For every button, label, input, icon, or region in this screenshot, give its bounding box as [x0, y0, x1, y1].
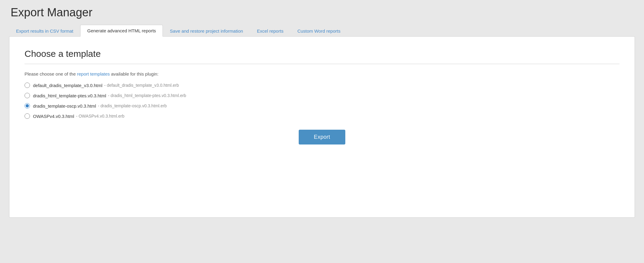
tab-word[interactable]: Custom Word reports [291, 25, 347, 37]
tab-html[interactable]: Generate advanced HTML reports [80, 25, 163, 37]
template-list: default_dradis_template_v3.0.html - defa… [25, 83, 619, 119]
report-templates-link[interactable]: report templates [77, 71, 110, 76]
template-name-2: dradis_html_template-ptes.v0.3.html [33, 93, 106, 98]
description-text: Please choose one of the report template… [25, 71, 619, 76]
template-file-3: - dradis_template-oscp.v0.3.html.erb [98, 103, 166, 108]
template-radio-3[interactable] [25, 103, 30, 109]
content-area: Choose a template Please choose one of t… [9, 36, 635, 218]
tab-save-restore[interactable]: Save and restore project information [163, 25, 250, 37]
template-file-4: - OWASPv4.v0.3.html.erb [76, 114, 124, 119]
description-prefix: Please choose one of the [25, 71, 77, 76]
page-title: Export Manager [9, 6, 635, 19]
template-file-2: - dradis_html_template-ptes.v0.3.html.er… [108, 93, 186, 98]
description-suffix: available for this plugin: [110, 71, 159, 76]
list-item: default_dradis_template_v3.0.html - defa… [25, 83, 619, 88]
export-button-wrapper: Export [25, 130, 619, 144]
template-name-1: default_dradis_template_v3.0.html [33, 83, 102, 88]
template-radio-4[interactable] [25, 113, 30, 119]
list-item: OWASPv4.v0.3.html - OWASPv4.v0.3.html.er… [25, 113, 619, 119]
template-file-1: - default_dradis_template_v3.0.html.erb [104, 83, 179, 88]
section-title: Choose a template [25, 49, 619, 59]
export-button[interactable]: Export [299, 130, 345, 144]
template-radio-2[interactable] [25, 93, 30, 98]
list-item: dradis_html_template-ptes.v0.3.html - dr… [25, 93, 619, 98]
template-name-4: OWASPv4.v0.3.html [33, 114, 74, 119]
template-radio-1[interactable] [25, 83, 30, 88]
tabs-bar: Export results in CSV format Generate ad… [9, 24, 635, 36]
template-name-3: dradis_template-oscp.v0.3.html [33, 103, 96, 109]
divider [25, 64, 619, 64]
list-item: dradis_template-oscp.v0.3.html - dradis_… [25, 103, 619, 109]
tab-csv[interactable]: Export results in CSV format [9, 25, 80, 37]
tab-excel[interactable]: Excel reports [250, 25, 291, 37]
